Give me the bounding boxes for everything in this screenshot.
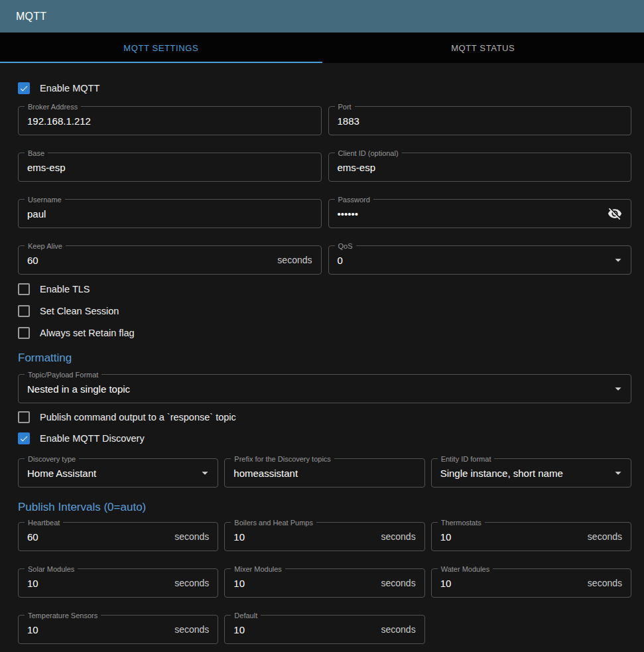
keep-alive-field[interactable]: Keep Alive 60 seconds (18, 245, 322, 275)
temperature-sensors-label: Temperature Sensors (25, 611, 101, 620)
default-interval-suffix: seconds (381, 624, 416, 635)
row-username-password: Username paul Password •••••• (18, 199, 631, 228)
row-broker-port: Broker Address 192.168.1.212 Port 1883 (18, 106, 631, 135)
water-modules-field[interactable]: Water Modules 10 seconds (431, 568, 631, 598)
heartbeat-label: Heartbeat (25, 518, 63, 527)
tab-bar: MQTT SETTINGS MQTT STATUS (0, 33, 644, 63)
retain-flag-checkbox[interactable] (18, 327, 30, 339)
base-label: Base (25, 149, 48, 158)
enable-discovery-row: Enable MQTT Discovery (18, 430, 631, 446)
clean-session-label: Set Clean Session (40, 306, 119, 316)
enable-discovery-label: Enable MQTT Discovery (40, 433, 145, 444)
port-field[interactable]: Port 1883 (328, 106, 632, 135)
publish-response-label: Publish command output to a `response` t… (40, 412, 236, 423)
username-label: Username (25, 195, 65, 204)
thermostats-field[interactable]: Thermostats 10 seconds (431, 522, 631, 551)
page-title: MQTT (16, 11, 46, 23)
enable-mqtt-row: Enable MQTT (18, 80, 631, 96)
dropdown-arrow-icon (611, 466, 625, 480)
client-id-label: Client ID (optional) (335, 149, 402, 158)
enable-discovery-checkbox[interactable] (18, 432, 30, 444)
app-header: MQTT (0, 0, 644, 33)
mixer-modules-value: 10 (233, 578, 245, 589)
enable-tls-row: Enable TLS (18, 281, 631, 297)
qos-label: QoS (335, 241, 356, 251)
default-interval-field[interactable]: Default 10 seconds (224, 615, 424, 644)
discovery-type-value: Home Assistant (27, 468, 96, 479)
clean-session-checkbox[interactable] (18, 305, 30, 317)
heartbeat-suffix: seconds (174, 531, 209, 542)
discovery-type-select[interactable]: Discovery type Home Assistant (18, 458, 218, 488)
port-label: Port (335, 102, 355, 111)
enable-mqtt-checkbox[interactable] (18, 82, 30, 94)
publish-intervals-heading: Publish Intervals (0=auto) (18, 501, 631, 514)
water-modules-label: Water Modules (438, 564, 493, 574)
password-field[interactable]: Password •••••• (328, 199, 632, 228)
discovery-prefix-field[interactable]: Prefix for the Discovery topics homeassi… (224, 458, 424, 488)
topic-format-select[interactable]: Topic/Payload Format Nested in a single … (18, 374, 631, 403)
intervals-grid: Heartbeat 60 seconds Boilers and Heat Pu… (18, 522, 631, 644)
broker-address-label: Broker Address (25, 102, 81, 111)
entity-id-format-select[interactable]: Entity ID format Single instance, short … (431, 458, 631, 488)
boilers-value: 10 (233, 531, 245, 543)
check-icon (19, 434, 29, 444)
check-icon (19, 84, 29, 94)
discovery-prefix-value: homeassistant (233, 468, 298, 479)
solar-modules-label: Solar Modules (25, 564, 78, 574)
heartbeat-field[interactable]: Heartbeat 60 seconds (18, 522, 218, 551)
client-id-value: ems-esp (338, 162, 376, 173)
dropdown-arrow-icon (611, 253, 625, 267)
username-field[interactable]: Username paul (18, 199, 322, 228)
thermostats-value: 10 (440, 531, 452, 543)
solar-modules-field[interactable]: Solar Modules 10 seconds (18, 568, 218, 598)
base-value: ems-esp (27, 162, 66, 173)
client-id-field[interactable]: Client ID (optional) ems-esp (328, 153, 632, 182)
entity-id-format-value: Single instance, short name (440, 468, 563, 479)
thermostats-label: Thermostats (438, 518, 485, 527)
broker-address-field[interactable]: Broker Address 192.168.1.212 (18, 106, 322, 135)
row-base-clientid: Base ems-esp Client ID (optional) ems-es… (18, 153, 631, 182)
keep-alive-label: Keep Alive (25, 241, 66, 251)
clean-session-row: Set Clean Session (18, 303, 631, 319)
username-value: paul (27, 208, 46, 220)
tab-mqtt-settings[interactable]: MQTT SETTINGS (0, 33, 322, 63)
solar-modules-value: 10 (27, 578, 38, 589)
boilers-label: Boilers and Heat Pumps (231, 518, 316, 527)
heartbeat-value: 60 (27, 531, 38, 543)
topic-format-value: Nested in a single topic (27, 383, 130, 395)
visibility-off-icon[interactable] (608, 206, 622, 221)
publish-response-row: Publish command output to a `response` t… (18, 409, 631, 425)
tab-mqtt-status[interactable]: MQTT STATUS (322, 33, 644, 63)
row-keepalive-qos: Keep Alive 60 seconds QoS 0 (18, 245, 631, 275)
entity-id-format-label: Entity ID format (438, 454, 495, 464)
qos-select[interactable]: QoS 0 (328, 245, 632, 275)
row-discovery: Discovery type Home Assistant Prefix for… (18, 458, 631, 488)
enable-tls-checkbox[interactable] (18, 283, 30, 295)
qos-value: 0 (338, 255, 343, 266)
water-modules-value: 10 (440, 578, 452, 589)
keep-alive-suffix: seconds (277, 255, 312, 265)
enable-tls-label: Enable TLS (40, 284, 90, 294)
password-value: •••••• (338, 208, 359, 220)
solar-modules-suffix: seconds (174, 578, 209, 588)
mixer-modules-field[interactable]: Mixer Modules 10 seconds (224, 568, 424, 598)
temperature-sensors-suffix: seconds (174, 624, 209, 635)
publish-response-checkbox[interactable] (18, 411, 30, 423)
port-value: 1883 (338, 115, 359, 127)
retain-flag-label: Always set Retain flag (40, 328, 135, 338)
water-modules-suffix: seconds (588, 578, 622, 588)
dropdown-arrow-icon (611, 381, 625, 396)
base-field[interactable]: Base ems-esp (18, 153, 322, 182)
boilers-field[interactable]: Boilers and Heat Pumps 10 seconds (224, 522, 424, 551)
mixer-modules-label: Mixer Modules (231, 564, 285, 574)
discovery-prefix-label: Prefix for the Discovery topics (231, 454, 334, 464)
discovery-type-label: Discovery type (25, 454, 79, 464)
password-label: Password (335, 195, 373, 204)
topic-format-label: Topic/Payload Format (25, 370, 101, 379)
dropdown-arrow-icon (198, 466, 212, 480)
mixer-modules-suffix: seconds (381, 578, 416, 588)
broker-address-value: 192.168.1.212 (27, 115, 91, 127)
temperature-sensors-field[interactable]: Temperature Sensors 10 seconds (18, 615, 218, 644)
retain-flag-row: Always set Retain flag (18, 325, 631, 341)
formatting-heading: Formatting (18, 352, 631, 365)
